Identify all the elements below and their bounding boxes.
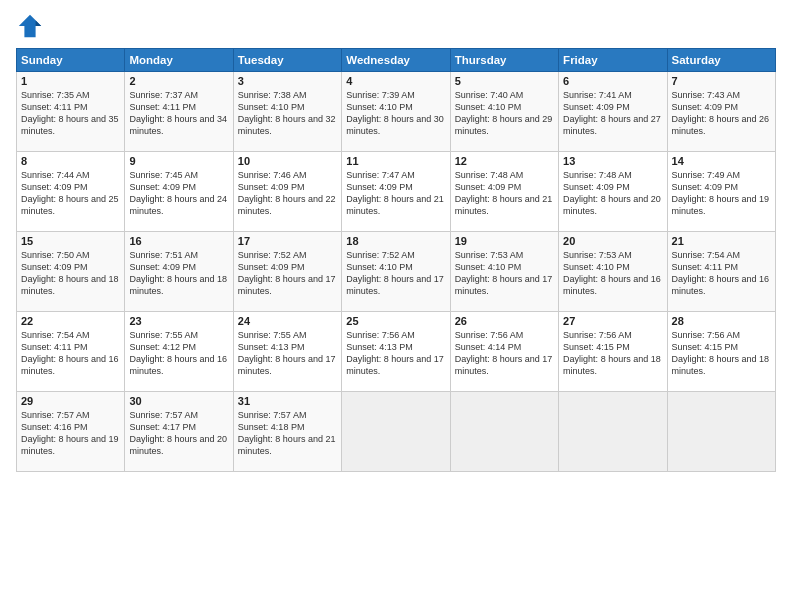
day-cell: 28 Sunrise: 7:56 AMSunset: 4:15 PMDaylig… [667, 312, 775, 392]
day-cell: 17 Sunrise: 7:52 AMSunset: 4:09 PMDaylig… [233, 232, 341, 312]
day-number: 13 [563, 155, 662, 167]
day-cell: 9 Sunrise: 7:45 AMSunset: 4:09 PMDayligh… [125, 152, 233, 232]
calendar-table: SundayMondayTuesdayWednesdayThursdayFrid… [16, 48, 776, 472]
day-number: 15 [21, 235, 120, 247]
day-number: 26 [455, 315, 554, 327]
day-number: 3 [238, 75, 337, 87]
calendar-header: SundayMondayTuesdayWednesdayThursdayFrid… [17, 49, 776, 72]
day-cell: 12 Sunrise: 7:48 AMSunset: 4:09 PMDaylig… [450, 152, 558, 232]
week-row-3: 15 Sunrise: 7:50 AMSunset: 4:09 PMDaylig… [17, 232, 776, 312]
day-number: 30 [129, 395, 228, 407]
day-number: 12 [455, 155, 554, 167]
week-row-5: 29 Sunrise: 7:57 AMSunset: 4:16 PMDaylig… [17, 392, 776, 472]
day-info: Sunrise: 7:56 AMSunset: 4:15 PMDaylight:… [563, 330, 661, 376]
day-number: 9 [129, 155, 228, 167]
day-cell: 30 Sunrise: 7:57 AMSunset: 4:17 PMDaylig… [125, 392, 233, 472]
day-number: 28 [672, 315, 771, 327]
day-info: Sunrise: 7:41 AMSunset: 4:09 PMDaylight:… [563, 90, 661, 136]
day-cell: 8 Sunrise: 7:44 AMSunset: 4:09 PMDayligh… [17, 152, 125, 232]
day-info: Sunrise: 7:53 AMSunset: 4:10 PMDaylight:… [455, 250, 553, 296]
day-cell: 14 Sunrise: 7:49 AMSunset: 4:09 PMDaylig… [667, 152, 775, 232]
header-cell-saturday: Saturday [667, 49, 775, 72]
week-row-1: 1 Sunrise: 7:35 AMSunset: 4:11 PMDayligh… [17, 72, 776, 152]
day-number: 8 [21, 155, 120, 167]
day-cell: 27 Sunrise: 7:56 AMSunset: 4:15 PMDaylig… [559, 312, 667, 392]
day-number: 19 [455, 235, 554, 247]
day-cell [450, 392, 558, 472]
day-info: Sunrise: 7:50 AMSunset: 4:09 PMDaylight:… [21, 250, 119, 296]
day-info: Sunrise: 7:55 AMSunset: 4:12 PMDaylight:… [129, 330, 227, 376]
day-cell: 18 Sunrise: 7:52 AMSunset: 4:10 PMDaylig… [342, 232, 450, 312]
day-number: 20 [563, 235, 662, 247]
day-cell: 13 Sunrise: 7:48 AMSunset: 4:09 PMDaylig… [559, 152, 667, 232]
day-cell: 23 Sunrise: 7:55 AMSunset: 4:12 PMDaylig… [125, 312, 233, 392]
header-cell-thursday: Thursday [450, 49, 558, 72]
day-number: 17 [238, 235, 337, 247]
day-number: 27 [563, 315, 662, 327]
day-number: 18 [346, 235, 445, 247]
day-info: Sunrise: 7:48 AMSunset: 4:09 PMDaylight:… [455, 170, 553, 216]
day-info: Sunrise: 7:57 AMSunset: 4:17 PMDaylight:… [129, 410, 227, 456]
day-number: 5 [455, 75, 554, 87]
day-number: 7 [672, 75, 771, 87]
day-info: Sunrise: 7:35 AMSunset: 4:11 PMDaylight:… [21, 90, 119, 136]
day-info: Sunrise: 7:52 AMSunset: 4:10 PMDaylight:… [346, 250, 444, 296]
day-cell: 25 Sunrise: 7:56 AMSunset: 4:13 PMDaylig… [342, 312, 450, 392]
day-cell: 2 Sunrise: 7:37 AMSunset: 4:11 PMDayligh… [125, 72, 233, 152]
day-cell: 21 Sunrise: 7:54 AMSunset: 4:11 PMDaylig… [667, 232, 775, 312]
day-info: Sunrise: 7:39 AMSunset: 4:10 PMDaylight:… [346, 90, 444, 136]
day-cell: 31 Sunrise: 7:57 AMSunset: 4:18 PMDaylig… [233, 392, 341, 472]
day-info: Sunrise: 7:52 AMSunset: 4:09 PMDaylight:… [238, 250, 336, 296]
day-info: Sunrise: 7:37 AMSunset: 4:11 PMDaylight:… [129, 90, 227, 136]
header-cell-monday: Monday [125, 49, 233, 72]
header-cell-wednesday: Wednesday [342, 49, 450, 72]
day-cell: 3 Sunrise: 7:38 AMSunset: 4:10 PMDayligh… [233, 72, 341, 152]
day-cell [559, 392, 667, 472]
day-info: Sunrise: 7:47 AMSunset: 4:09 PMDaylight:… [346, 170, 444, 216]
day-number: 22 [21, 315, 120, 327]
day-info: Sunrise: 7:53 AMSunset: 4:10 PMDaylight:… [563, 250, 661, 296]
day-number: 16 [129, 235, 228, 247]
calendar-body: 1 Sunrise: 7:35 AMSunset: 4:11 PMDayligh… [17, 72, 776, 472]
header-cell-friday: Friday [559, 49, 667, 72]
day-cell: 16 Sunrise: 7:51 AMSunset: 4:09 PMDaylig… [125, 232, 233, 312]
day-info: Sunrise: 7:43 AMSunset: 4:09 PMDaylight:… [672, 90, 770, 136]
day-info: Sunrise: 7:45 AMSunset: 4:09 PMDaylight:… [129, 170, 227, 216]
day-cell: 29 Sunrise: 7:57 AMSunset: 4:16 PMDaylig… [17, 392, 125, 472]
day-info: Sunrise: 7:56 AMSunset: 4:15 PMDaylight:… [672, 330, 770, 376]
day-number: 25 [346, 315, 445, 327]
week-row-2: 8 Sunrise: 7:44 AMSunset: 4:09 PMDayligh… [17, 152, 776, 232]
header-cell-tuesday: Tuesday [233, 49, 341, 72]
day-info: Sunrise: 7:54 AMSunset: 4:11 PMDaylight:… [21, 330, 119, 376]
day-info: Sunrise: 7:38 AMSunset: 4:10 PMDaylight:… [238, 90, 336, 136]
day-number: 6 [563, 75, 662, 87]
day-cell [342, 392, 450, 472]
day-info: Sunrise: 7:49 AMSunset: 4:09 PMDaylight:… [672, 170, 770, 216]
day-number: 2 [129, 75, 228, 87]
day-number: 23 [129, 315, 228, 327]
day-info: Sunrise: 7:51 AMSunset: 4:09 PMDaylight:… [129, 250, 227, 296]
day-cell: 4 Sunrise: 7:39 AMSunset: 4:10 PMDayligh… [342, 72, 450, 152]
day-cell: 15 Sunrise: 7:50 AMSunset: 4:09 PMDaylig… [17, 232, 125, 312]
day-number: 11 [346, 155, 445, 167]
day-info: Sunrise: 7:46 AMSunset: 4:09 PMDaylight:… [238, 170, 336, 216]
day-info: Sunrise: 7:48 AMSunset: 4:09 PMDaylight:… [563, 170, 661, 216]
logo-icon [16, 12, 44, 40]
day-info: Sunrise: 7:56 AMSunset: 4:14 PMDaylight:… [455, 330, 553, 376]
day-number: 10 [238, 155, 337, 167]
day-cell: 1 Sunrise: 7:35 AMSunset: 4:11 PMDayligh… [17, 72, 125, 152]
day-number: 24 [238, 315, 337, 327]
day-info: Sunrise: 7:55 AMSunset: 4:13 PMDaylight:… [238, 330, 336, 376]
header [16, 12, 776, 40]
day-info: Sunrise: 7:57 AMSunset: 4:16 PMDaylight:… [21, 410, 119, 456]
day-info: Sunrise: 7:57 AMSunset: 4:18 PMDaylight:… [238, 410, 336, 456]
day-cell: 24 Sunrise: 7:55 AMSunset: 4:13 PMDaylig… [233, 312, 341, 392]
header-cell-sunday: Sunday [17, 49, 125, 72]
week-row-4: 22 Sunrise: 7:54 AMSunset: 4:11 PMDaylig… [17, 312, 776, 392]
day-cell: 5 Sunrise: 7:40 AMSunset: 4:10 PMDayligh… [450, 72, 558, 152]
day-cell: 11 Sunrise: 7:47 AMSunset: 4:09 PMDaylig… [342, 152, 450, 232]
day-cell: 7 Sunrise: 7:43 AMSunset: 4:09 PMDayligh… [667, 72, 775, 152]
day-number: 21 [672, 235, 771, 247]
page: SundayMondayTuesdayWednesdayThursdayFrid… [0, 0, 792, 612]
day-info: Sunrise: 7:40 AMSunset: 4:10 PMDaylight:… [455, 90, 553, 136]
